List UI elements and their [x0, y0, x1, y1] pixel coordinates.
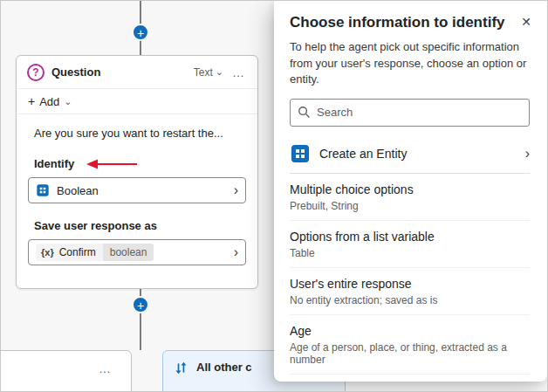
- question-more-button[interactable]: …: [230, 65, 247, 79]
- question-icon: ?: [27, 64, 45, 81]
- list-item-list-variable[interactable]: Options from a list variable Table: [290, 221, 530, 268]
- list-item-title: User's entire response: [290, 277, 530, 291]
- add-button-label: Add: [39, 95, 59, 108]
- list-item-title: Multiple choice options: [290, 182, 530, 196]
- app-screen: + + ? Question Text ⌄ … + Add ⌄ Are you …: [0, 0, 548, 392]
- identify-entity-picker[interactable]: Boolean ›: [28, 177, 246, 203]
- chevron-right-icon: ›: [234, 245, 238, 259]
- variable-chip: {x} Confirm boolean: [36, 244, 154, 261]
- variable-name: Confirm: [59, 246, 96, 258]
- question-card-title: Question: [51, 65, 187, 79]
- create-entity-icon: [290, 143, 311, 164]
- question-card-header: ? Question Text ⌄ …: [17, 56, 257, 89]
- condition-node-collapsed[interactable]: …: [0, 350, 132, 392]
- list-item-subtitle: Prebuilt, String: [290, 200, 530, 212]
- add-node-button-top[interactable]: +: [132, 24, 149, 41]
- variable-type: boolean: [103, 244, 154, 261]
- add-icon: +: [28, 94, 35, 108]
- variable-icon: {x}: [41, 247, 54, 258]
- add-node-button-bottom[interactable]: +: [132, 296, 149, 313]
- search-icon: [298, 106, 311, 119]
- identify-row: Identify: [34, 157, 246, 170]
- identify-label: Identify: [34, 157, 74, 170]
- add-content-button[interactable]: + Add ⌄: [17, 89, 257, 114]
- annotation-arrow-icon: [85, 158, 140, 170]
- panel-title: Choose information to identify: [290, 13, 508, 31]
- identify-entity-value: Boolean: [57, 184, 99, 197]
- question-type-value: Text: [194, 66, 213, 79]
- save-response-label: Save user response as: [34, 219, 246, 232]
- list-item-age[interactable]: Age Age of a person, place, or thing, ex…: [290, 315, 530, 375]
- chevron-right-icon: ›: [234, 183, 238, 197]
- entity-search-box[interactable]: [290, 99, 530, 127]
- chevron-right-icon: ›: [525, 147, 530, 161]
- chevron-down-icon: ⌄: [64, 97, 72, 107]
- list-item-title: Age: [290, 324, 530, 338]
- create-entity-button[interactable]: Create an Entity ›: [290, 135, 530, 174]
- variable-chip-name: {x} Confirm: [36, 244, 103, 261]
- question-node-card[interactable]: ? Question Text ⌄ … + Add ⌄ Are you sure…: [16, 55, 258, 289]
- list-item-subtitle: No entity extraction; saved as is: [290, 294, 530, 306]
- entity-option-list: Multiple choice options Prebuilt, String…: [290, 174, 530, 382]
- list-item-multiple-choice[interactable]: Multiple choice options Prebuilt, String: [290, 174, 530, 221]
- condition-more-button[interactable]: …: [99, 361, 112, 375]
- question-type-dropdown[interactable]: Text ⌄: [194, 66, 223, 79]
- list-item-subtitle: Table: [290, 247, 530, 259]
- question-card-body: Are you sure you want to restart the... …: [17, 127, 257, 265]
- question-message-text[interactable]: Are you sure you want to restart the...: [34, 127, 246, 140]
- entity-icon: [36, 183, 50, 197]
- close-icon[interactable]: ✕: [516, 11, 537, 32]
- search-input[interactable]: [317, 106, 522, 119]
- create-entity-label: Create an Entity: [319, 147, 407, 161]
- list-item-boolean[interactable]: Boolean: [290, 375, 530, 382]
- save-variable-picker[interactable]: {x} Confirm boolean ›: [28, 239, 246, 265]
- list-item-title: Options from a list variable: [290, 230, 530, 244]
- choose-information-panel: Choose information to identify ✕ To help…: [274, 1, 547, 382]
- chevron-down-icon: ⌄: [216, 67, 223, 77]
- list-item-subtitle: Age of a person, place, or thing, extrac…: [290, 341, 530, 366]
- condition-node-label: All other c: [196, 361, 252, 374]
- condition-branch-icon: [174, 361, 188, 375]
- panel-description: To help the agent pick out specific info…: [290, 39, 530, 87]
- list-item-entire-response[interactable]: User's entire response No entity extract…: [290, 268, 530, 315]
